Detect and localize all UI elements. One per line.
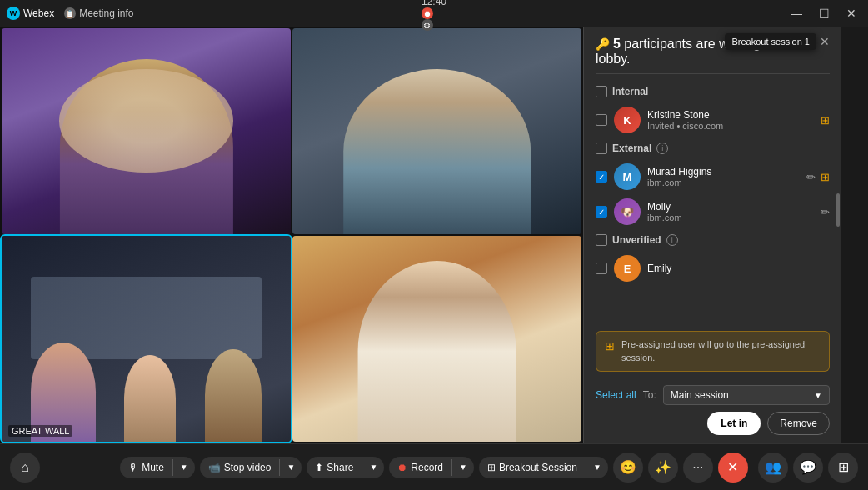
mute-btn[interactable]: 🎙 Mute bbox=[120, 457, 172, 478]
stop-video-label: Stop video bbox=[224, 462, 272, 473]
share-btn[interactable]: ⬆ Share bbox=[307, 457, 362, 478]
share-icon: ⬆ bbox=[315, 462, 323, 473]
emily-name: Emily bbox=[647, 262, 830, 274]
video-grid: GREAT WALL bbox=[0, 27, 583, 443]
session-dropdown[interactable]: Main session ▼ bbox=[663, 385, 830, 405]
mute-btn-group: 🎙 Mute ▼ bbox=[120, 457, 195, 478]
video-tile-topleft bbox=[2, 28, 291, 234]
end-call-btn[interactable]: ✕ bbox=[718, 452, 748, 482]
video-tile-bottomleft: GREAT WALL bbox=[2, 236, 291, 442]
participant-row-kristine: K Kristine Stone Invited • cisco.com ⊞ bbox=[584, 102, 841, 138]
remove-btn[interactable]: Remove bbox=[767, 412, 830, 435]
molly-name: Molly bbox=[647, 201, 814, 212]
record-label: Record bbox=[411, 462, 443, 473]
video-icon: 📹 bbox=[208, 462, 221, 473]
kristine-breakout-icon[interactable]: ⊞ bbox=[821, 114, 830, 127]
participants-list: Internal K Kristine Stone Invited • cisc… bbox=[584, 74, 841, 328]
murad-edit-icon[interactable]: ✏ bbox=[806, 171, 816, 183]
more-btn[interactable]: ··· bbox=[683, 452, 713, 482]
unverified-section-label: Unverified bbox=[612, 234, 661, 246]
mute-label: Mute bbox=[142, 462, 164, 473]
external-info-icon[interactable]: i bbox=[656, 142, 668, 154]
meeting-info-icon: 📋 bbox=[64, 8, 76, 19]
murad-checkbox[interactable] bbox=[596, 171, 607, 182]
select-all-link[interactable]: Select all bbox=[596, 389, 636, 401]
kristine-info: Kristine Stone Invited • cisco.com bbox=[647, 109, 814, 131]
murad-actions: ✏ ⊞ bbox=[806, 171, 830, 183]
internal-section-header: Internal bbox=[584, 81, 841, 102]
molly-sub: ibm.com bbox=[647, 212, 814, 222]
external-section-header: External i bbox=[584, 138, 841, 159]
internal-section-checkbox[interactable] bbox=[596, 86, 607, 98]
emily-info: Emily bbox=[647, 262, 830, 274]
meeting-info-btn[interactable]: 📋 Meeting info bbox=[64, 8, 133, 19]
record-icon: ⏺ bbox=[397, 462, 407, 473]
panel-bottom: Select all To: Main session ▼ Let in Rem… bbox=[584, 378, 841, 443]
apps-btn[interactable]: ⊞ bbox=[828, 452, 858, 482]
video-tile-bottomright bbox=[292, 236, 581, 442]
stop-video-btn[interactable]: 📹 Stop video bbox=[200, 457, 280, 478]
kristine-checkbox[interactable] bbox=[596, 114, 607, 126]
share-btn-group: ⬆ Share ▼ bbox=[307, 457, 384, 478]
kristine-actions: ⊞ bbox=[821, 114, 830, 127]
close-window-btn[interactable]: ✕ bbox=[841, 5, 861, 22]
molly-info: Molly ibm.com bbox=[647, 201, 814, 222]
participant-row-emily: E Emily bbox=[584, 251, 841, 286]
internal-section-label: Internal bbox=[612, 86, 648, 98]
record-indicator-btn[interactable]: ⏺ bbox=[422, 8, 433, 19]
breakout-label: Breakout Session bbox=[499, 462, 577, 473]
reactions-icon: 😊 bbox=[620, 459, 636, 475]
toolbar: ⌂ 🎙 Mute ▼ 📹 Stop video ▼ ⬆ Share ▼ ⏺ Re… bbox=[0, 443, 868, 490]
murad-sub: ibm.com bbox=[647, 178, 800, 188]
meeting-info-label: Meeting info bbox=[79, 8, 133, 19]
unverified-section-checkbox[interactable] bbox=[596, 234, 607, 246]
chat-btn[interactable]: 💬 bbox=[793, 452, 823, 482]
molly-checkbox[interactable] bbox=[596, 206, 607, 218]
emily-checkbox[interactable] bbox=[596, 262, 607, 274]
video-btn-group: 📹 Stop video ▼ bbox=[200, 457, 302, 478]
titlebar-left: W Webex 📋 Meeting info bbox=[7, 7, 134, 20]
end-call-icon: ✕ bbox=[727, 459, 738, 475]
video-chevron[interactable]: ▼ bbox=[280, 458, 302, 477]
main-content: GREAT WALL 🔑 5 participants are waiting … bbox=[0, 27, 868, 443]
titlebar: W Webex 📋 Meeting info 12:40 ⏺ ⚙ — ☐ ✕ bbox=[0, 0, 868, 27]
session-value: Main session bbox=[671, 389, 729, 401]
kristine-sub: Invited • cisco.com bbox=[647, 121, 814, 131]
lobby-close-btn[interactable]: ✕ bbox=[820, 35, 830, 48]
panel-action-btns: Let in Remove bbox=[596, 412, 830, 435]
external-section-checkbox[interactable] bbox=[596, 142, 607, 154]
unknown-title-btn[interactable]: ⚙ bbox=[422, 19, 433, 31]
murad-info: Murad Higgins ibm.com bbox=[647, 166, 800, 188]
molly-edit-icon[interactable]: ✏ bbox=[821, 206, 830, 218]
mute-chevron[interactable]: ▼ bbox=[173, 458, 195, 477]
mute-icon: 🎙 bbox=[128, 462, 138, 473]
record-chevron[interactable]: ▼ bbox=[452, 458, 474, 477]
let-in-btn[interactable]: Let in bbox=[707, 412, 761, 435]
webex-icon: W bbox=[7, 7, 20, 20]
kristine-avatar: K bbox=[614, 107, 641, 133]
breakout-btn-group: ⊞ Breakout Session ▼ bbox=[479, 457, 608, 478]
webex-logo: W Webex bbox=[7, 7, 54, 20]
warning-icon: ⊞ bbox=[605, 339, 615, 352]
minimize-btn[interactable]: — bbox=[786, 5, 807, 22]
share-chevron[interactable]: ▼ bbox=[362, 458, 384, 477]
preassigned-text: Pre-assigned user will go to the pre-ass… bbox=[621, 338, 821, 364]
breakout-chevron[interactable]: ▼ bbox=[586, 458, 608, 477]
record-btn[interactable]: ⏺ Record bbox=[389, 457, 451, 478]
unverified-info-icon[interactable]: i bbox=[666, 234, 678, 246]
home-btn[interactable]: ⌂ bbox=[10, 452, 40, 482]
murad-breakout-icon[interactable]: ⊞ bbox=[821, 171, 830, 183]
external-section-label: External bbox=[612, 142, 651, 154]
kristine-name: Kristine Stone bbox=[647, 109, 814, 121]
reactions-btn[interactable]: 😊 bbox=[613, 452, 643, 482]
maximize-btn[interactable]: ☐ bbox=[814, 5, 835, 22]
breakout-btn[interactable]: ⊞ Breakout Session bbox=[479, 457, 586, 478]
breakout-badge: Breakout session 1 bbox=[725, 33, 816, 50]
window-controls: — ☐ ✕ bbox=[786, 5, 861, 22]
lobby-panel: 🔑 5 participants are waiting in the lobb… bbox=[583, 27, 841, 443]
tile-label-greatwall: GREAT WALL bbox=[8, 425, 72, 437]
session-dropdown-arrow: ▼ bbox=[814, 391, 822, 400]
breakout-icon: ⊞ bbox=[487, 462, 496, 473]
participants-btn[interactable]: 👥 bbox=[758, 452, 788, 482]
effects-btn[interactable]: ✨ bbox=[648, 452, 678, 482]
